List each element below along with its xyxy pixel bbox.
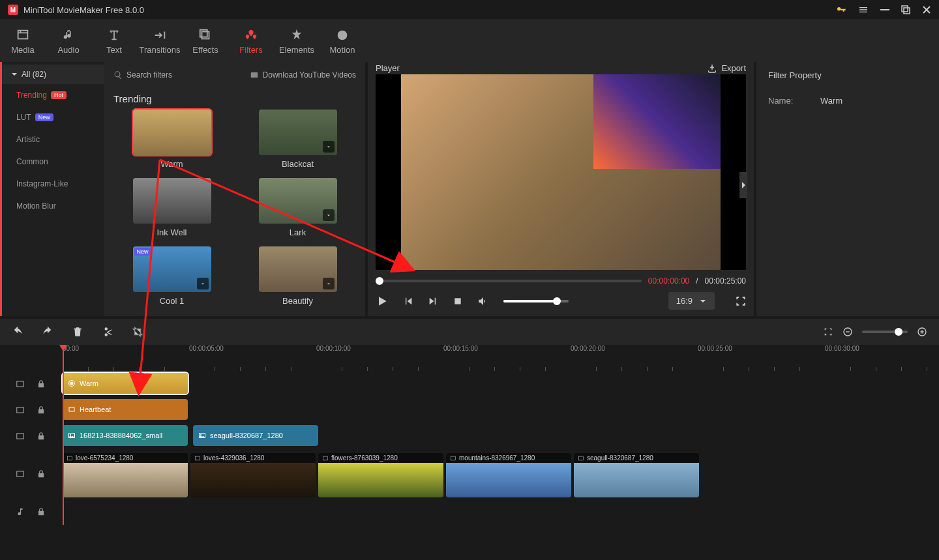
image-icon: [68, 432, 76, 439]
zoom-in-button[interactable]: [917, 327, 927, 337]
tab-media[interactable]: Media: [0, 20, 46, 62]
tab-motion[interactable]: Motion: [320, 20, 365, 62]
filter-label: Lark: [290, 228, 306, 237]
video-track: love-6575234_1280loves-4329036_1280flowe…: [0, 449, 939, 499]
fit-button[interactable]: [823, 327, 833, 337]
filter-blackcat[interactable]: Blackcat: [239, 110, 356, 169]
export-button[interactable]: Export: [707, 63, 746, 74]
filter-thumb: [259, 110, 337, 155]
zoom-thumb[interactable]: [895, 328, 902, 336]
prev-frame-button[interactable]: [403, 296, 413, 306]
overlay-clip[interactable]: 168213-838884062_small: [63, 425, 188, 446]
download-icon[interactable]: [323, 278, 335, 289]
track-visible-icon[interactable]: [16, 379, 25, 389]
track-lock-icon[interactable]: [37, 507, 46, 516]
tab-audio[interactable]: Audio: [46, 20, 91, 62]
svg-rect-13: [921, 330, 922, 333]
maximize-icon[interactable]: [901, 5, 910, 14]
svg-rect-35: [451, 456, 456, 460]
download-icon[interactable]: [197, 278, 209, 289]
zoom-slider[interactable]: [862, 331, 908, 333]
tab-elements[interactable]: Elements: [274, 20, 320, 62]
category-motion-blur[interactable]: Motion Blur: [2, 195, 104, 217]
undo-button[interactable]: [12, 326, 23, 338]
audio-track: [0, 499, 939, 525]
props-title: Filter Property: [768, 62, 927, 88]
minimize-icon[interactable]: [880, 5, 889, 14]
music-icon[interactable]: [16, 507, 25, 516]
track-lock-icon[interactable]: [37, 432, 46, 441]
track-visible-icon[interactable]: [16, 432, 25, 441]
image-icon: [67, 455, 73, 462]
preview-area[interactable]: [376, 74, 746, 270]
video-clip[interactable]: seagull-8320687_1280: [574, 453, 699, 497]
track-lock-icon[interactable]: [37, 379, 46, 389]
tab-text[interactable]: Text: [91, 20, 137, 62]
filter-lark[interactable]: Lark: [239, 178, 356, 237]
prop-name-label: Name:: [768, 96, 820, 106]
sidebar-header[interactable]: All (82): [2, 65, 104, 84]
download-icon[interactable]: [323, 141, 335, 153]
split-button[interactable]: [102, 326, 113, 338]
category-lut[interactable]: LUTNew: [2, 106, 104, 128]
stop-button[interactable]: [453, 296, 463, 306]
track-lock-icon[interactable]: [37, 405, 46, 415]
filter-clip[interactable]: Warm: [63, 373, 188, 394]
pip-overlay: [593, 74, 721, 169]
filter-track: Warm: [0, 371, 939, 397]
redo-button[interactable]: [42, 326, 53, 338]
menu-icon[interactable]: [858, 5, 869, 15]
image-icon: [322, 455, 329, 462]
ruler-mark: 00:00:05:00: [189, 345, 224, 352]
zoom-out-button[interactable]: [842, 327, 853, 337]
category-trending[interactable]: TrendingHot: [2, 84, 104, 106]
svg-rect-2: [904, 8, 910, 14]
svg-rect-5: [200, 29, 207, 37]
fullscreen-button[interactable]: [736, 296, 746, 306]
progress-thumb[interactable]: [376, 277, 383, 285]
tab-filters[interactable]: Filters: [228, 20, 274, 62]
video-clip[interactable]: flowers-8763039_1280: [318, 453, 443, 497]
timeline-ruler[interactable]: 00:0000:00:05:0000:00:10:0000:00:15:0000…: [0, 345, 939, 371]
volume-thumb[interactable]: [553, 297, 561, 305]
crop-button[interactable]: [132, 326, 143, 338]
track-visible-icon[interactable]: [16, 405, 25, 415]
video-clip[interactable]: love-6575234_1280: [63, 453, 188, 497]
play-button[interactable]: [376, 295, 389, 308]
media-icon: [16, 28, 30, 42]
overlay-clip[interactable]: seagull-8320687_1280: [193, 425, 318, 446]
panel-collapse-handle[interactable]: [739, 172, 747, 198]
filter-warm[interactable]: Warm: [113, 110, 230, 169]
aspect-ratio-select[interactable]: 16:9: [668, 292, 715, 310]
tab-transitions[interactable]: Transitions: [137, 20, 183, 62]
filter-label: Warm: [160, 159, 183, 169]
svg-rect-4: [202, 31, 209, 38]
progress-bar[interactable]: [376, 280, 642, 282]
audio-icon: [61, 28, 76, 42]
transition-clip-icon: [68, 405, 76, 413]
filter-beautify[interactable]: Beautify: [239, 246, 356, 306]
volume-slider[interactable]: [503, 300, 569, 302]
download-youtube-link[interactable]: Download YouTube Videos: [250, 70, 356, 80]
key-icon[interactable]: [836, 5, 846, 15]
filter-ink-well[interactable]: Ink Well: [113, 178, 230, 237]
ruler-mark: 00:00:30:00: [825, 345, 859, 352]
text-icon: [107, 28, 121, 42]
track-visible-icon[interactable]: [16, 469, 25, 479]
category-common[interactable]: Common: [2, 151, 104, 173]
search-filters[interactable]: Search filters: [113, 70, 172, 80]
close-icon[interactable]: [922, 5, 931, 14]
video-clip[interactable]: mountains-8326967_1280: [446, 453, 571, 497]
video-clip[interactable]: loves-4329036_1280: [190, 453, 316, 497]
category-instagram-like[interactable]: Instagram-Like: [2, 173, 104, 195]
app-title: MiniTool MovieMaker Free 8.0.0: [23, 5, 144, 15]
filter-cool-1[interactable]: New Cool 1: [113, 246, 230, 306]
transition-clip[interactable]: Heartbeat: [63, 399, 188, 420]
volume-icon[interactable]: [477, 295, 489, 307]
track-lock-icon[interactable]: [37, 469, 46, 479]
download-icon[interactable]: [323, 209, 335, 221]
tab-effects[interactable]: Effects: [183, 20, 228, 62]
delete-button[interactable]: [72, 326, 83, 338]
next-frame-button[interactable]: [428, 296, 438, 306]
category-artistic[interactable]: Artistic: [2, 128, 104, 151]
